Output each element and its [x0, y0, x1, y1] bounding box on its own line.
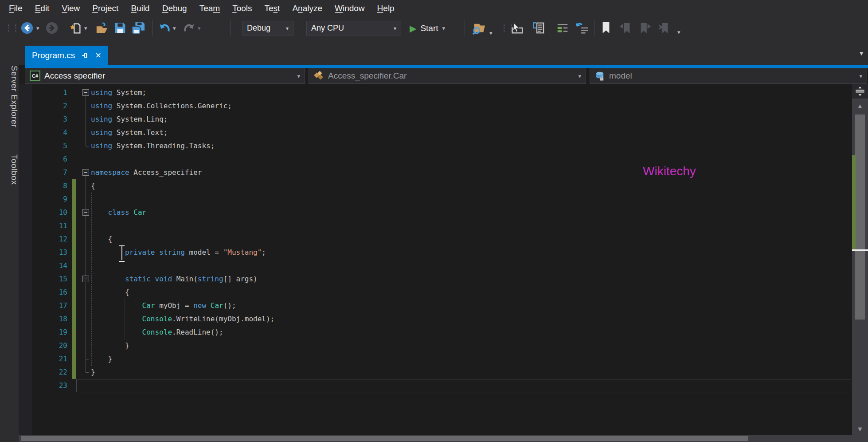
line-number: 3 — [19, 113, 67, 126]
menu-item-view[interactable]: View — [55, 0, 86, 16]
menu-item-build[interactable]: Build — [125, 0, 156, 16]
solution-platform-select[interactable]: Any CPU ▾ — [306, 21, 401, 36]
increase-indent-button[interactable] — [555, 21, 570, 35]
undo-history-caret[interactable]: ▾ — [173, 21, 176, 35]
horizontal-scrollbar-thumb[interactable] — [21, 436, 748, 441]
back-history-caret[interactable]: ▾ — [36, 21, 39, 35]
vertical-scrollbar[interactable]: ▲ ▼ — [852, 84, 868, 442]
find-options-caret[interactable]: ▾ — [489, 26, 493, 39]
sidebar-item-toolbox[interactable]: Toolbox — [0, 154, 19, 185]
code-text: { — [91, 233, 112, 246]
chevron-down-icon: ▾ — [286, 25, 289, 32]
split-window-handle[interactable] — [852, 84, 868, 99]
toolbar-overflow-caret[interactable]: ▾ — [677, 25, 680, 39]
code-line[interactable]: 6 — [19, 153, 852, 166]
open-file-button[interactable] — [95, 21, 109, 35]
vertical-scrollbar-thumb[interactable] — [855, 114, 865, 320]
code-line[interactable]: 13 private string model = "Mustang"; — [19, 246, 852, 259]
start-debugging-button[interactable]: ▶ Start ▾ — [410, 21, 445, 36]
clear-bookmarks-icon — [658, 21, 671, 35]
previous-bookmark-button[interactable] — [619, 21, 632, 35]
code-line[interactable]: 12 { — [19, 233, 852, 246]
scroll-up-arrow[interactable]: ▲ — [852, 102, 868, 110]
redo-button[interactable] — [183, 21, 196, 35]
code-line[interactable]: 3using System.Linq; — [19, 113, 852, 126]
code-line[interactable]: 22} — [19, 366, 852, 379]
indent-guide — [108, 246, 108, 352]
menu-item-debug[interactable]: Debug — [156, 0, 193, 16]
save-all-button[interactable] — [130, 21, 146, 35]
toggle-bookmark-button[interactable] — [600, 21, 612, 35]
solution-configuration-select[interactable]: Debug ▾ — [242, 21, 293, 36]
code-line[interactable]: 2using System.Collections.Generic; — [19, 99, 852, 113]
code-line[interactable]: 9 — [19, 193, 852, 206]
horizontal-scrollbar[interactable] — [19, 435, 852, 442]
find-in-files-button[interactable] — [471, 21, 487, 35]
redo-history-caret[interactable]: ▾ — [198, 21, 201, 35]
code-line[interactable]: 4using System.Text; — [19, 126, 852, 139]
tab-title: Program.cs — [32, 51, 75, 60]
code-text: using System.Collections.Generic; — [91, 99, 232, 113]
code-editor[interactable]: 1using System;2using System.Collections.… — [19, 84, 852, 435]
code-line[interactable]: 15 static void Main(string[] args) — [19, 272, 852, 286]
code-line[interactable]: 11 — [19, 219, 852, 233]
line-number: 11 — [19, 219, 67, 233]
navigate-back-button[interactable] — [20, 21, 34, 35]
fold-collapse-box[interactable] — [82, 276, 89, 282]
code-line[interactable]: 20 } — [19, 339, 852, 352]
code-line[interactable]: 17 Car myObj = new Car(); — [19, 299, 852, 312]
undo-button[interactable] — [158, 21, 171, 35]
menu-item-analyze[interactable]: Analyze — [286, 0, 328, 16]
toolbar-grip[interactable]: ⋮⋮ — [4, 21, 19, 35]
navigation-bar: C# Access specifier ▾ Access_specifier.C… — [19, 68, 868, 84]
undo-icon — [158, 21, 171, 35]
menu-item-team[interactable]: Team — [193, 0, 226, 16]
menu-item-project[interactable]: Project — [86, 0, 125, 16]
fold-collapse-box[interactable] — [82, 89, 89, 96]
save-all-icon — [130, 21, 146, 35]
sidebar-item-server-explorer[interactable]: Server Explorer — [0, 66, 19, 128]
project-dropdown[interactable]: C# Access specifier ▾ — [25, 68, 305, 84]
document-outline-button[interactable] — [530, 21, 545, 35]
code-line[interactable]: 21 } — [19, 352, 852, 366]
find-in-files-icon — [471, 21, 487, 35]
menu-item-test[interactable]: Test — [258, 0, 286, 16]
new-file-caret[interactable]: ▾ — [84, 21, 87, 35]
menu-item-window[interactable]: Window — [328, 0, 371, 16]
back-icon — [20, 21, 34, 35]
next-bookmark-button[interactable] — [638, 21, 652, 35]
code-line[interactable]: 16 { — [19, 286, 852, 299]
code-text: Console.ReadLine(); — [91, 326, 223, 339]
decrease-indent-button[interactable] — [575, 21, 590, 35]
code-line[interactable]: 14 — [19, 259, 852, 272]
visual-studio-window: FileEditViewProjectBuildDebugTeamToolsTe… — [0, 0, 868, 442]
code-text: Console.WriteLine(myObj.model); — [91, 312, 274, 326]
code-line[interactable]: 10 class Car — [19, 206, 852, 219]
type-dropdown[interactable]: Access_specifier.Car ▾ — [309, 68, 586, 84]
navigate-forward-button[interactable] — [45, 21, 59, 35]
code-line[interactable]: 18 Console.WriteLine(myObj.model); — [19, 312, 852, 326]
watermark-text: Wikitechy — [643, 164, 696, 178]
tab-program-cs[interactable]: Program.cs × — [25, 46, 108, 65]
pin-icon[interactable] — [81, 51, 89, 59]
tab-list-caret[interactable]: ▼ — [858, 50, 864, 57]
navigate-to-button[interactable] — [509, 21, 524, 35]
member-dropdown[interactable]: model ▾ — [590, 68, 867, 84]
menu-item-help[interactable]: Help — [371, 0, 401, 16]
menu-item-edit[interactable]: Edit — [29, 0, 56, 16]
new-file-button[interactable] — [69, 21, 82, 35]
menu-item-tools[interactable]: Tools — [226, 0, 258, 16]
code-line[interactable]: 8{ — [19, 179, 852, 193]
chevron-down-icon: ▾ — [297, 73, 300, 79]
close-icon[interactable]: × — [95, 51, 101, 60]
code-line[interactable]: 1using System; — [19, 86, 852, 99]
scroll-down-arrow[interactable]: ▼ — [852, 425, 868, 433]
code-line[interactable]: 7namespace Access_specifier — [19, 166, 852, 179]
save-button[interactable] — [113, 21, 127, 35]
code-line[interactable]: 19 Console.ReadLine(); — [19, 326, 852, 339]
fold-collapse-box[interactable] — [82, 209, 89, 216]
code-line[interactable]: 5using System.Threading.Tasks; — [19, 139, 852, 153]
fold-collapse-box[interactable] — [82, 169, 89, 176]
clear-bookmarks-button[interactable] — [658, 21, 671, 35]
menu-item-file[interactable]: File — [3, 0, 29, 16]
